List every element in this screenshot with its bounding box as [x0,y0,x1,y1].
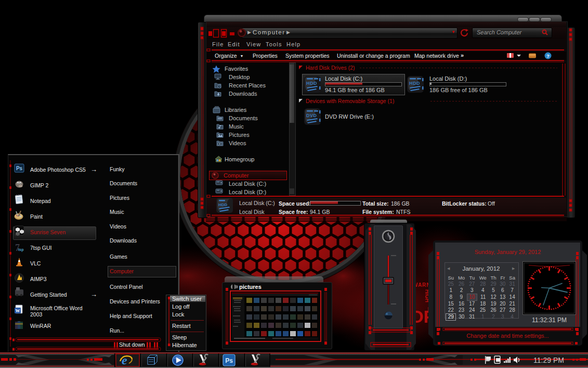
svg-text:tsp: tsp [18,248,24,252]
svg-text:HDD: HDD [306,81,317,86]
svg-text:Ps: Ps [225,357,233,364]
svg-text:?: ? [546,54,550,59]
svg-text:DVD: DVD [306,113,317,118]
svg-text:HDD: HDD [218,202,228,207]
svg-text:W: W [16,308,20,313]
svg-text:Ps: Ps [16,166,23,171]
svg-text:HDD: HDD [409,81,420,86]
